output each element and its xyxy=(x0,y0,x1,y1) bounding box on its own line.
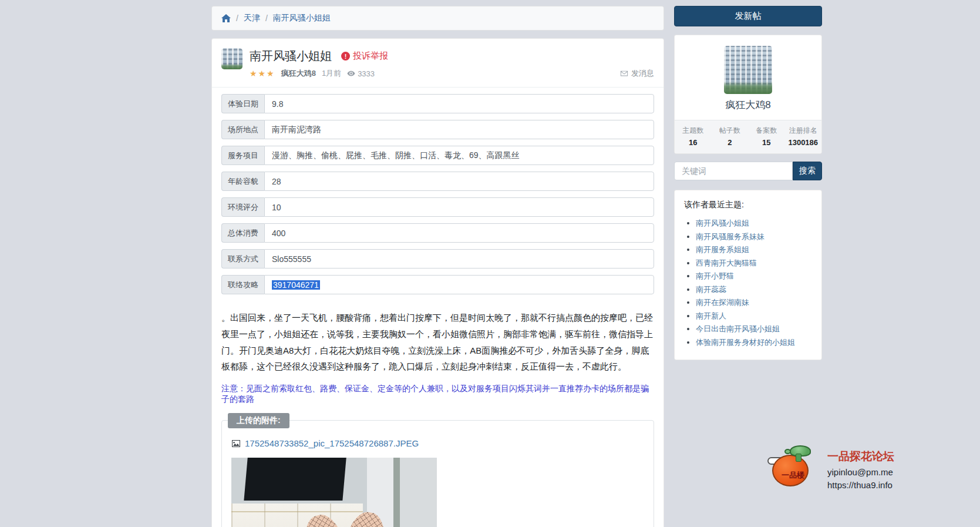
attachment-file-name: 1752548733852_pic_1752548726887.JPEG xyxy=(245,438,419,448)
view-count: 3333 xyxy=(347,69,375,78)
photo-tv-shape xyxy=(244,458,346,501)
field-label: 联络攻略 xyxy=(221,275,264,294)
sidebar-author-avatar xyxy=(724,46,772,94)
field-label: 体验日期 xyxy=(221,94,264,113)
post-card: 南开风骚小姐姐 ! 投诉举报 ★★★ 疯狂大鸡8 1月前 3333 xyxy=(211,38,664,527)
field-value-input[interactable]: 400 xyxy=(264,223,654,243)
topic-link[interactable]: 西青南开大胸猫猫 xyxy=(696,259,757,267)
breadcrumb-home-link[interactable] xyxy=(221,14,231,23)
topic-link[interactable]: 南开新人 xyxy=(696,311,726,320)
rating-stars-icon: ★★★ xyxy=(250,69,275,78)
field-label: 场所地点 xyxy=(221,120,264,139)
stat-records: 备案数 15 xyxy=(748,120,785,153)
new-post-button[interactable]: 发新帖 xyxy=(674,6,822,26)
field-label: 环境评分 xyxy=(221,197,264,217)
field-value-input[interactable]: 南开南泥湾路 xyxy=(264,120,654,139)
topic-link[interactable]: 今日出击南开风骚小姐姐 xyxy=(696,324,780,333)
field-label: 总体消费 xyxy=(221,223,264,243)
list-item: 今日出击南开风骚小姐姐 xyxy=(696,324,812,334)
field-row-contact-guide: 联络攻略 3917046271 xyxy=(221,275,654,294)
field-label: 年龄容貌 xyxy=(221,172,264,191)
report-link[interactable]: ! 投诉举报 xyxy=(341,51,388,62)
envelope-icon xyxy=(620,69,628,78)
site-brand: 一品楼 一品探花论坛 yipinlou@pm.me https://thua9.… xyxy=(770,442,894,490)
post-header: 南开风骚小姐姐 ! 投诉举报 ★★★ 疯狂大鸡8 1月前 3333 xyxy=(221,48,654,79)
list-item: 西青南开大胸猫猫 xyxy=(696,258,812,268)
site-name: 一品探花论坛 xyxy=(827,449,894,464)
list-item: 南开风骚小姐姐 xyxy=(696,218,812,229)
site-url: https://thua9.info xyxy=(827,480,894,490)
field-value-input[interactable]: 漫游、胸推、偷桃、屁推、毛推、阴推、口活、毒龙、69、高跟黑丝 xyxy=(264,146,654,165)
topic-link[interactable]: 南开风骚小姐姐 xyxy=(696,219,749,227)
field-row-environment-score: 环境评分 10 xyxy=(221,197,654,217)
post-time: 1月前 xyxy=(322,68,341,79)
search-input[interactable] xyxy=(674,162,793,180)
field-row-total-cost: 总体消费 400 xyxy=(221,223,654,243)
recent-topics-card: 该作者最近主题: 南开风骚小姐姐 南开风骚服务系妹妹 南开服务系姐姐 西青南开大… xyxy=(674,190,822,360)
topic-link[interactable]: 体验南开服务身材好的小姐姐 xyxy=(696,338,795,347)
breadcrumb: / 天津 / 南开风骚小姐姐 xyxy=(211,6,664,31)
topic-link[interactable]: 南开蕊蕊 xyxy=(696,285,726,294)
field-row-age: 年龄容貌 28 xyxy=(221,172,654,191)
recent-topics-title: 该作者最近主题: xyxy=(684,200,812,210)
list-item: 南开小野猫 xyxy=(696,271,812,281)
eye-icon xyxy=(347,69,355,78)
list-item: 体验南开服务身材好的小姐姐 xyxy=(696,337,812,348)
breadcrumb-separator: / xyxy=(236,14,238,23)
field-value-input[interactable]: 28 xyxy=(264,172,654,191)
logo-text: 一品楼 xyxy=(782,470,804,481)
field-row-experience-date: 体验日期 9.8 xyxy=(221,94,654,113)
field-value-input[interactable]: 9.8 xyxy=(264,94,654,113)
field-row-services: 服务项目 漫游、胸推、偷桃、屁推、毛推、阴推、口活、毒龙、69、高跟黑丝 xyxy=(221,146,654,165)
page-title: 南开风骚小姐姐 xyxy=(250,48,332,64)
attachment-photo[interactable] xyxy=(231,458,437,527)
exclamation-circle-icon: ! xyxy=(341,52,350,61)
report-label: 投诉举报 xyxy=(353,51,388,62)
author-stats: 主题数 16 帖子数 2 备案数 15 注册排名 1300186 xyxy=(675,120,821,153)
stat-topics: 主题数 16 xyxy=(675,120,712,153)
search-button[interactable]: 搜索 xyxy=(793,162,822,180)
field-row-contact: 联系方式 Slo555555 xyxy=(221,249,654,268)
post-header-text: 南开风骚小姐姐 ! 投诉举报 ★★★ 疯狂大鸡8 1月前 3333 xyxy=(250,48,388,79)
sidebar: 发新帖 疯狂大鸡8 主题数 16 帖子数 2 备案数 15 注册排名 13001… xyxy=(674,6,822,360)
image-icon xyxy=(231,439,241,448)
field-value-input[interactable]: 10 xyxy=(264,197,654,217)
selected-text: 3917046271 xyxy=(272,280,320,290)
attachment-file-link[interactable]: 1752548733852_pic_1752548726887.JPEG xyxy=(231,438,419,448)
recent-topics-list: 南开风骚小姐姐 南开风骚服务系妹妹 南开服务系姐姐 西青南开大胸猫猫 南开小野猫… xyxy=(696,218,812,347)
author-card: 疯狂大鸡8 主题数 16 帖子数 2 备案数 15 注册排名 1300186 xyxy=(674,35,822,154)
field-label: 服务项目 xyxy=(221,146,264,165)
send-message-label: 发消息 xyxy=(631,68,654,79)
list-item: 南开新人 xyxy=(696,311,812,321)
stat-register-rank: 注册排名 1300186 xyxy=(785,120,822,153)
post-author-link[interactable]: 疯狂大鸡8 xyxy=(281,68,316,79)
main-column: / 天津 / 南开风骚小姐姐 南开风骚小姐姐 ! 投诉举报 ★★★ 疯狂大鸡8 … xyxy=(211,6,664,527)
sidebar-author-name[interactable]: 疯狂大鸡8 xyxy=(675,98,821,112)
field-value-input[interactable]: 3917046271 xyxy=(264,275,654,294)
post-body-text: 。出国回来，坐了一天飞机，腰酸背痛，想着出门按摩下，但是时间太晚了，那就不行搞点… xyxy=(221,310,654,375)
list-item: 南开风骚服务系妹妹 xyxy=(696,231,812,242)
topic-link[interactable]: 南开服务系姐姐 xyxy=(696,245,749,254)
field-label: 联系方式 xyxy=(221,249,264,268)
field-row-location: 场所地点 南开南泥湾路 xyxy=(221,120,654,139)
home-icon xyxy=(221,14,231,23)
post-meta: ★★★ 疯狂大鸡8 1月前 3333 xyxy=(250,68,388,79)
site-logo: 一品楼 xyxy=(770,442,811,489)
field-value-input[interactable]: Slo555555 xyxy=(264,249,654,268)
stat-posts: 帖子数 2 xyxy=(712,120,749,153)
cup-icon xyxy=(796,454,801,462)
site-email: yipinlou@pm.me xyxy=(827,467,894,477)
topic-link[interactable]: 南开小野猫 xyxy=(696,271,734,280)
breadcrumb-item-tianjin[interactable]: 天津 xyxy=(244,13,260,24)
topic-link[interactable]: 南开风骚服务系妹妹 xyxy=(696,232,765,241)
breadcrumb-item-current[interactable]: 南开风骚小姐姐 xyxy=(273,13,331,24)
attachments-legend: 上传的附件: xyxy=(228,413,289,428)
header-divider xyxy=(212,87,664,88)
topic-link[interactable]: 南开在探湖南妹 xyxy=(696,298,749,307)
search-bar: 搜索 xyxy=(674,162,822,180)
turtle-icon xyxy=(784,449,791,454)
post-author-avatar xyxy=(221,48,243,69)
breadcrumb-separator: / xyxy=(265,14,268,23)
list-item: 南开蕊蕊 xyxy=(696,284,812,295)
send-message-link[interactable]: 发消息 xyxy=(620,68,654,79)
